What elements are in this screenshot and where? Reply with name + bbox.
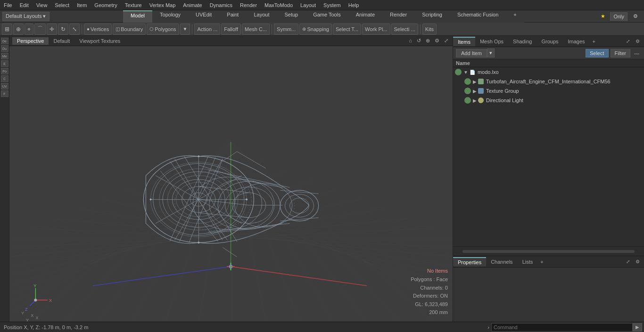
add-item-dropdown[interactable]: ▾	[487, 49, 495, 57]
layout-tab-schematic[interactable]: Schematic Fusion	[450, 10, 506, 23]
sidebar-btn-5[interactable]: Po	[1, 68, 8, 74]
layout-tab-setup[interactable]: Setup	[277, 10, 305, 23]
items-scrollbar[interactable]	[462, 250, 635, 253]
layout-tab-model[interactable]: Model	[123, 10, 152, 23]
viewport-canvas[interactable]: Y X Y X X Y Z No I	[9, 46, 453, 322]
menu-view[interactable]: View	[33, 1, 51, 9]
tb-scale-btn[interactable]: ⤡	[69, 24, 80, 35]
menu-file[interactable]: File	[0, 1, 16, 9]
items-collapse-button[interactable]: —	[632, 49, 641, 57]
layout-tab-topology[interactable]: Topology	[152, 10, 188, 23]
panel-settings-btn[interactable]: ⚙	[633, 38, 642, 45]
vp-tab-default[interactable]: Default	[49, 37, 74, 45]
menu-help[interactable]: Help	[345, 1, 363, 9]
tb-vertices-btn[interactable]: ● Vertices	[84, 24, 112, 35]
layout-tab-uvedit[interactable]: UVEdit	[188, 10, 219, 23]
sidebar-btn-4[interactable]: E	[1, 60, 8, 67]
prop-tab-properties[interactable]: Properties	[453, 257, 486, 267]
command-input[interactable]	[491, 323, 633, 332]
item-row-light[interactable]: ▶ Directional Light	[453, 96, 644, 105]
menu-maxtomodo[interactable]: MaxToModo	[261, 1, 297, 9]
only-button[interactable]: Only	[610, 12, 627, 21]
command-execute-button[interactable]: ▶	[633, 323, 642, 332]
layout-tab-scripting[interactable]: Scripting	[414, 10, 450, 23]
menu-animate[interactable]: Animate	[179, 1, 206, 9]
item-vis-root[interactable]	[455, 69, 462, 75]
star-button[interactable]: ★	[598, 12, 608, 20]
tb-world-btn[interactable]: ⊕	[13, 24, 24, 35]
tb-selectt-btn[interactable]: Select T...	[333, 24, 361, 35]
menu-render[interactable]: Render	[236, 1, 261, 9]
item-row-turbofan[interactable]: ▶ Turbofan_Aircraft_Engine_CFM_Internati…	[453, 77, 644, 86]
item-vis-texture[interactable]	[464, 88, 471, 94]
tb-lasso-btn[interactable]: ⌒	[34, 24, 46, 35]
layout-tab-animate[interactable]: Animate	[348, 10, 382, 23]
prop-tab-add[interactable]: +	[537, 258, 546, 266]
prop-tab-channels[interactable]: Channels	[486, 258, 517, 266]
sidebar-btn-2[interactable]: Du	[1, 45, 8, 52]
tb-snapping-btn[interactable]: ⊛ Snapping	[299, 24, 332, 35]
menu-edit[interactable]: Edit	[16, 1, 33, 9]
item-vis-turbofan[interactable]	[464, 78, 471, 85]
menu-layout[interactable]: Layout	[297, 1, 320, 9]
tb-mode-dropdown[interactable]: ▼	[180, 24, 190, 35]
items-list[interactable]: ▼ 📄 modo.lxo ▶ Turbofan_Aircraft_Engine_…	[453, 67, 644, 246]
panel-tab-items[interactable]: Items	[453, 37, 475, 46]
layout-dropdown[interactable]: Default Layouts ▾	[2, 12, 50, 21]
tb-selecti-btn[interactable]: Selecti ...	[391, 24, 418, 35]
layout-tab-paint[interactable]: Paint	[219, 10, 246, 23]
sidebar-btn-6[interactable]: C	[1, 75, 8, 82]
sidebar-btn-3[interactable]: Me	[1, 53, 8, 59]
vp-ctrl-rotate[interactable]: ↺	[415, 38, 422, 44]
layout-tab-add[interactable]: +	[506, 10, 524, 23]
panel-tab-shading[interactable]: Shading	[508, 37, 537, 46]
tb-grid-btn[interactable]: ⊞	[2, 24, 12, 35]
sidebar-btn-7[interactable]: UV	[1, 83, 8, 89]
panel-tab-add[interactable]: +	[590, 37, 598, 46]
tb-symmetry-btn[interactable]: Symm...	[274, 24, 298, 35]
tb-action-btn[interactable]: Action ...	[194, 24, 220, 35]
panel-tab-groups[interactable]: Groups	[537, 37, 563, 46]
vp-ctrl-expand[interactable]: ⤢	[443, 38, 450, 44]
menu-system[interactable]: System	[320, 1, 345, 9]
item-row-texture[interactable]: ▶ Texture Group	[453, 86, 644, 96]
tb-polygons-btn[interactable]: ⬡ Polygons	[147, 24, 179, 35]
vp-tab-textures[interactable]: Viewport Textures	[74, 37, 125, 45]
layout-tab-gametools[interactable]: Game Tools	[305, 10, 348, 23]
item-row-root[interactable]: ▼ 📄 modo.lxo	[453, 67, 644, 77]
menu-geometry[interactable]: Geometry	[91, 1, 121, 9]
settings-button[interactable]: ⚙	[629, 12, 642, 20]
tb-rotate-btn[interactable]: ↻	[58, 24, 68, 35]
prop-settings-btn[interactable]: ⚙	[633, 258, 642, 265]
layout-tab-render[interactable]: Render	[382, 10, 414, 23]
sidebar-btn-8[interactable]: F	[1, 90, 8, 97]
panel-tab-images[interactable]: Images	[563, 37, 590, 46]
menu-texture[interactable]: Texture	[121, 1, 146, 9]
item-vis-light[interactable]	[464, 97, 471, 104]
prop-tab-lists[interactable]: Lists	[518, 258, 538, 266]
vp-ctrl-home[interactable]: ⌂	[407, 38, 413, 44]
menu-vertex-map[interactable]: Vertex Map	[146, 1, 180, 9]
add-item-button[interactable]: Add Item	[456, 49, 487, 57]
menu-dynamics[interactable]: Dynamics	[206, 1, 236, 9]
tb-falloff-btn[interactable]: Falloff	[221, 24, 241, 35]
tb-kits-btn[interactable]: Kits	[422, 24, 437, 35]
panel-tab-meshops[interactable]: Mesh Ops	[475, 37, 508, 46]
menu-select[interactable]: Select	[51, 1, 73, 9]
items-select-button[interactable]: Select	[586, 49, 609, 57]
panel-expand-btn[interactable]: ⤢	[624, 38, 632, 45]
tb-move-btn[interactable]: ✛	[47, 24, 57, 35]
items-filter-button[interactable]: Filter	[611, 49, 630, 57]
tb-boundary-btn[interactable]: ◫ Boundary	[113, 24, 146, 35]
vp-tab-perspective[interactable]: Perspective	[12, 37, 49, 45]
tb-select-btn[interactable]: ⌖	[25, 24, 33, 35]
layout-tab-layout[interactable]: Layout	[246, 10, 277, 23]
menu-item[interactable]: Item	[73, 1, 91, 9]
vp-ctrl-zoom[interactable]: ⊕	[424, 38, 431, 44]
tb-mesh-btn[interactable]: Mesh C...	[242, 24, 270, 35]
tb-workpl-btn[interactable]: Work Pl...	[362, 24, 390, 35]
sidebar-btn-1[interactable]: De	[1, 38, 8, 44]
prop-expand-btn[interactable]: ⤢	[624, 258, 632, 265]
vp-ctrl-settings[interactable]: ⚙	[433, 38, 441, 44]
viewport[interactable]: Perspective Default Viewport Textures ⌂ …	[9, 36, 453, 322]
